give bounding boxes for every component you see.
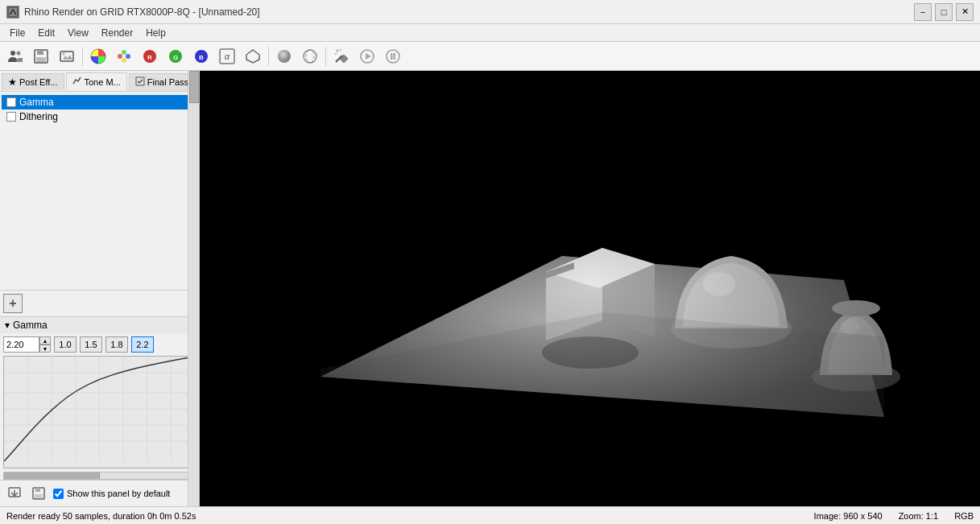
image-size-status: Image: 960 x 540 [814, 511, 883, 521]
status-bar: Render ready 50 samples, duration 0h 0m … [0, 506, 980, 524]
svg-rect-34 [394, 53, 396, 60]
menu-view[interactable]: View [61, 26, 95, 40]
red-channel-icon[interactable]: R [138, 44, 162, 68]
gamma-spin-up[interactable]: ▲ [39, 336, 51, 345]
blue-channel-icon[interactable]: B [189, 44, 213, 68]
save-preset-button[interactable] [29, 484, 48, 503]
svg-point-29 [335, 53, 337, 55]
tree-list: ✓ Gamma Dithering [0, 92, 199, 290]
svg-point-11 [122, 50, 126, 55]
svg-rect-67 [200, 71, 980, 506]
svg-text:B: B [199, 54, 204, 61]
play-icon[interactable] [355, 44, 379, 68]
title-bar: Rhino Render on GRID RTX8000P-8Q - [Unna… [0, 0, 980, 24]
final-pass-tab[interactable]: Final Pass [129, 73, 195, 91]
people-icon[interactable] [3, 44, 27, 68]
menu-file[interactable]: File [3, 26, 31, 40]
svg-point-28 [340, 49, 341, 51]
dithering-checkbox[interactable] [6, 112, 16, 122]
svg-point-22 [278, 50, 291, 63]
svg-rect-51 [35, 488, 40, 492]
svg-point-24 [306, 50, 314, 63]
svg-point-7 [63, 52, 65, 55]
gamma-curve-chart [3, 356, 196, 468]
panel-tabs: ★ Post Eff... Tone M... Final [0, 71, 199, 92]
green-channel-icon[interactable]: G [163, 44, 188, 68]
preset-2-2-button[interactable]: 2.2 [131, 336, 154, 353]
minimize-button[interactable]: − [914, 3, 932, 21]
show-default-checkbox[interactable] [53, 489, 64, 499]
status-right: Image: 960 x 540 Zoom: 1:1 RGB [814, 511, 974, 521]
main-container: ✕ ★ Post Eff... Tone M... [0, 71, 980, 506]
sphere-outline-icon[interactable] [298, 44, 322, 68]
toolbar: R G B α [0, 42, 980, 71]
scrollbar-thumb[interactable] [189, 71, 199, 103]
add-effect-button[interactable]: + [3, 294, 23, 313]
render-area [200, 71, 980, 506]
dithering-label: Dithering [19, 111, 58, 122]
post-effects-tab[interactable]: ★ Post Eff... [2, 73, 64, 90]
separator-1 [82, 47, 83, 66]
gamma-spinner: ▲ ▼ [39, 336, 51, 353]
panel-bottom: Show this panel by default [0, 480, 199, 506]
svg-point-10 [126, 54, 130, 59]
menu-render[interactable]: Render [95, 26, 139, 40]
app-icon [6, 6, 19, 19]
window-title: Rhino Render on GRID RTX8000P-8Q - [Unna… [24, 6, 260, 18]
save-icon[interactable] [29, 44, 53, 68]
menu-edit[interactable]: Edit [31, 26, 61, 40]
final-pass-icon [135, 76, 145, 89]
svg-rect-5 [36, 57, 46, 62]
color-wheel-icon[interactable] [86, 44, 110, 68]
add-area: + [0, 290, 199, 316]
sphere-gray-icon[interactable] [272, 44, 296, 68]
maximize-button[interactable]: □ [935, 3, 953, 21]
dithering-item[interactable]: Dithering [2, 109, 197, 124]
preset-1-8-button[interactable]: 1.8 [105, 336, 128, 353]
svg-point-32 [387, 50, 399, 63]
tone-mapping-label: Tone M... [85, 77, 121, 87]
gamma-spin-down[interactable]: ▼ [39, 345, 51, 353]
svg-text:G: G [173, 54, 178, 61]
wand-icon[interactable] [329, 44, 354, 68]
svg-point-23 [304, 50, 316, 63]
svg-rect-4 [37, 50, 43, 55]
svg-point-12 [122, 58, 126, 63]
scatter-icon[interactable] [112, 44, 136, 68]
image-export-icon[interactable] [55, 44, 79, 68]
separator-2 [268, 47, 269, 66]
svg-marker-31 [366, 53, 371, 60]
pause-icon[interactable] [381, 44, 405, 68]
svg-text:α: α [225, 52, 230, 61]
preset-1-0-button[interactable]: 1.0 [54, 336, 76, 353]
tone-mapping-icon [72, 76, 82, 88]
final-pass-label: Final Pass [147, 77, 188, 87]
load-preset-button[interactable] [5, 484, 24, 503]
material-icon[interactable] [241, 44, 265, 68]
tone-mapping-tab[interactable]: Tone M... [66, 72, 127, 91]
gamma-item[interactable]: ✓ Gamma [2, 95, 197, 109]
show-default-label: Show this panel by default [67, 489, 170, 498]
gamma-section-title: Gamma [13, 320, 48, 331]
svg-point-2 [17, 51, 21, 55]
gamma-controls: ▲ ▼ 1.0 1.5 1.8 2.2 [0, 333, 199, 356]
svg-rect-52 [35, 494, 43, 498]
vertical-scrollbar[interactable] [188, 71, 199, 506]
svg-point-9 [118, 54, 122, 59]
gamma-input[interactable] [3, 336, 39, 353]
post-effects-label: Post Eff... [19, 77, 58, 87]
alpha-icon[interactable]: α [215, 44, 239, 68]
gamma-label: Gamma [19, 97, 54, 108]
gamma-header[interactable]: ▾ Gamma [0, 317, 199, 333]
menu-help[interactable]: Help [139, 26, 172, 40]
gamma-collapse-icon: ▾ [5, 320, 10, 331]
svg-rect-6 [60, 52, 73, 61]
svg-marker-21 [246, 50, 259, 63]
gamma-input-wrap: ▲ ▼ [3, 336, 51, 353]
gamma-checkbox[interactable]: ✓ [6, 97, 16, 107]
post-effects-icon: ★ [8, 76, 17, 88]
preset-1-5-button[interactable]: 1.5 [80, 336, 102, 353]
close-button[interactable]: ✕ [956, 3, 974, 21]
svg-rect-33 [391, 53, 393, 60]
menu-bar: File Edit View Render Help [0, 24, 980, 42]
